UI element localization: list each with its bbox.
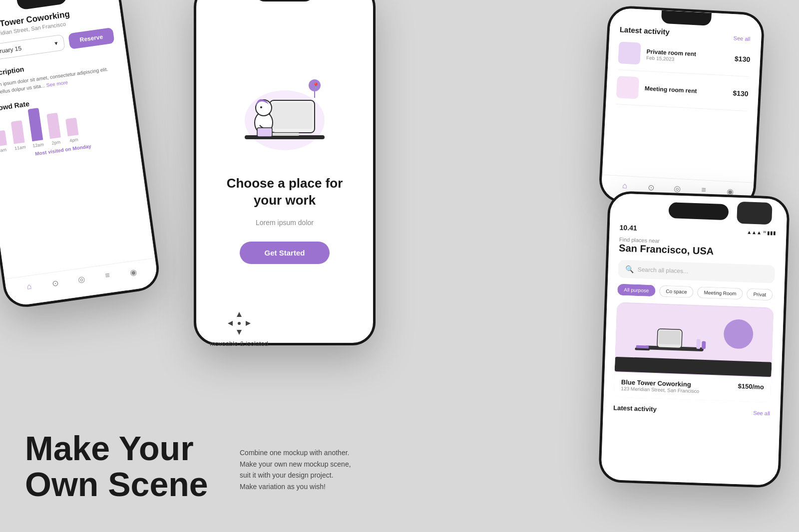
activity-info-1: Private room rent Feb 15,2023	[646, 48, 729, 65]
phone-left: Blue Tower Coworking 123 Meridian Street…	[0, 0, 161, 309]
onboarding-illustration: 📍	[230, 70, 340, 160]
venue-card-image	[615, 302, 774, 378]
svg-rect-18	[696, 339, 701, 349]
status-icons: ▲▲▲ ᵂ ▮▮▮	[747, 229, 777, 236]
activity-section-br: Latest activity See all	[613, 404, 770, 417]
move-icon	[226, 310, 253, 337]
venue-card-price: $150/mo	[738, 382, 764, 391]
bar-visual	[27, 108, 43, 141]
filter-cospace[interactable]: Co space	[659, 285, 694, 298]
list-icon[interactable]: ≡	[101, 269, 114, 282]
filter-meeting[interactable]: Meeting Room	[697, 286, 743, 299]
svg-rect-22	[636, 345, 649, 349]
bar-visual	[11, 120, 25, 144]
venue-card-body: Blue Tower Coworking 123 Meridian Street…	[614, 372, 772, 402]
map-icon-tr[interactable]: ◎	[672, 183, 683, 194]
status-time: 10.41	[619, 224, 637, 232]
svg-point-27	[238, 322, 241, 325]
phone-center: 📍 Choose a place for your work Lorem ips…	[195, 0, 375, 344]
search-icon[interactable]: ⊙	[49, 276, 61, 289]
headline-line1: Make Your	[25, 429, 194, 467]
see-all-br[interactable]: See all	[753, 410, 770, 416]
onboarding-subtext: Lorem ipsum dolor	[256, 219, 314, 227]
search-bar[interactable]: 🔍 Search all places...	[618, 260, 775, 283]
bar-visual	[46, 113, 61, 139]
filter-private[interactable]: Privat	[747, 288, 773, 301]
see-all-link[interactable]: See all	[733, 35, 750, 42]
phone-bottomright: 10.41 ▲▲▲ ᵂ ▮▮▮ Find places near San Fra…	[599, 192, 789, 487]
svg-marker-25	[228, 321, 233, 326]
bar-9am: 9am	[0, 130, 8, 154]
headline-line2: Own Scene	[25, 465, 208, 503]
phone-topright-notch	[661, 10, 712, 26]
profile-icon[interactable]: ◉	[127, 266, 140, 278]
svg-marker-24	[237, 330, 242, 335]
activity-info-2: Meeting room rent	[645, 85, 727, 96]
bottom-nav-left: ⌂ ⊙ ◎ ≡ ◉	[4, 258, 158, 300]
bar-12am: 12am	[27, 108, 44, 148]
search-placeholder: Search all places...	[638, 266, 689, 275]
activity-price-2: $130	[733, 89, 749, 98]
home-icon-tr[interactable]: ⌂	[619, 180, 630, 192]
activity-item-2: Meeting room rent $130	[616, 70, 749, 111]
filter-all[interactable]: All purpose	[617, 284, 656, 297]
svg-point-8	[260, 106, 262, 108]
home-icon[interactable]: ⌂	[23, 280, 35, 293]
svg-rect-17	[659, 330, 681, 345]
bar-visual	[0, 130, 7, 147]
svg-rect-5	[284, 137, 301, 139]
activity-name-2: Meeting room rent	[645, 85, 727, 96]
bar-4pm: 4pm	[65, 118, 80, 144]
svg-marker-26	[246, 321, 251, 326]
moveable-label: moveable & isolated	[210, 340, 268, 347]
phone-bottomright-notch	[668, 202, 729, 220]
search-icon-br: 🔍	[625, 265, 634, 273]
date-label: February 15	[0, 45, 22, 56]
camera-bump	[737, 202, 772, 225]
search-icon-tr[interactable]: ⊙	[645, 181, 657, 193]
svg-text:📍: 📍	[312, 82, 320, 89]
onboarding-headline: Choose a place for your work	[211, 175, 358, 209]
bar-2pm: 2pm	[46, 113, 62, 146]
activity-thumb-2	[616, 76, 639, 99]
phone-topright: Latest activity See all Private room ren…	[599, 6, 764, 209]
svg-rect-10	[257, 128, 272, 137]
reserve-button[interactable]: Reserve	[68, 27, 115, 49]
map-icon[interactable]: ◎	[75, 273, 87, 285]
tagline-text: Combine one mockup with another. Make yo…	[240, 447, 400, 492]
tagline-section: Combine one mockup with another. Make yo…	[240, 447, 400, 492]
get-started-button[interactable]: Get Started	[240, 242, 330, 264]
status-bar: 10.41 ▲▲▲ ᵂ ▮▮▮	[619, 224, 776, 237]
activity-title-br: Latest activity	[613, 404, 657, 413]
bar-11am: 11am	[11, 120, 26, 151]
phone-center-notch	[255, 0, 315, 1]
list-icon-tr[interactable]: ≡	[698, 184, 710, 196]
activity-header-br: Latest activity See all	[613, 404, 770, 417]
svg-marker-23	[237, 312, 242, 317]
chevron-down-icon: ▾	[54, 39, 58, 47]
activity-thumb-1	[618, 41, 641, 64]
date-picker[interactable]: February 15 ▾	[0, 34, 65, 62]
move-arrows-section: moveable & isolated	[210, 310, 268, 347]
see-more-link[interactable]: See more	[46, 79, 68, 88]
venue-card: Blue Tower Coworking 123 Meridian Street…	[614, 302, 774, 403]
activity-price-1: $130	[735, 54, 751, 63]
bar-visual	[65, 118, 79, 137]
svg-rect-3	[272, 103, 312, 129]
svg-rect-19	[702, 341, 706, 349]
svg-rect-9	[270, 133, 300, 136]
filter-chips: All purpose Co space Meeting Room Privat	[617, 284, 775, 301]
